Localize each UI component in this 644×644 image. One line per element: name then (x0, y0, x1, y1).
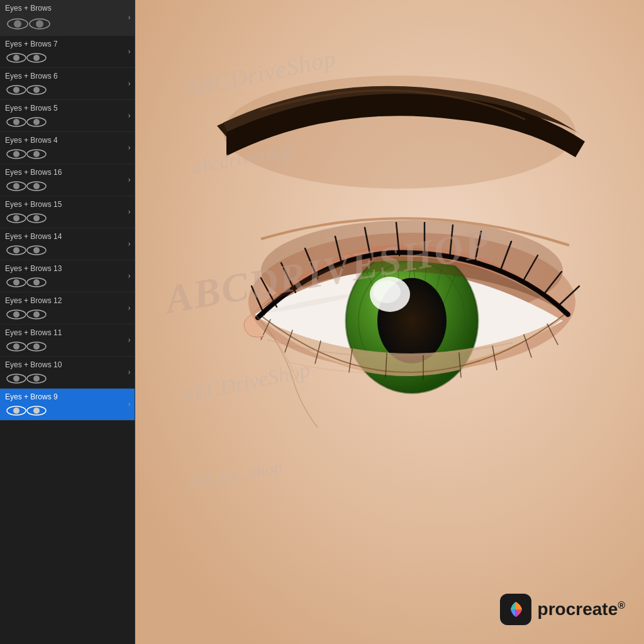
svg-point-41 (13, 343, 19, 350)
svg-point-31 (33, 247, 40, 253)
arrow-icon-eyes-brows-12: › (128, 303, 131, 313)
brush-item-eyes-brows-16[interactable]: Eyes + Brows 16 › (0, 164, 135, 196)
arrow-icon: › (128, 13, 131, 23)
brush-label-eyes-brows-11: Eyes + Brows 11 (5, 328, 130, 337)
brush-preview (5, 15, 130, 33)
procreate-logo: procreate® (500, 594, 625, 625)
eye-illustration-svg (135, 0, 644, 644)
brush-label-eyes-brows-4: Eyes + Brows 4 (5, 136, 130, 145)
brush-label-eyes-brows-6: Eyes + Brows 6 (5, 72, 130, 80)
svg-point-9 (13, 87, 19, 93)
brush-eye-preview-eyes-brows-7 (5, 51, 58, 65)
brush-item-eyes-brows-4[interactable]: Eyes + Brows 4 › (0, 132, 135, 164)
procreate-text-bold: create (566, 599, 618, 619)
procreate-icon-svg (503, 597, 528, 622)
procreate-trademark: ® (618, 600, 625, 611)
eye-illustration-panel: ABCDriveShop abcdriveshop ABCDRIVESHOP A… (135, 0, 644, 644)
brush-eye-preview-eyes-brows-13 (5, 275, 58, 289)
brush-panel: Eyes + Brows › Eyes + Brows 7 ›Eyes + Br… (0, 0, 135, 644)
svg-point-23 (33, 183, 40, 189)
brush-item-label: Eyes + Brows (5, 4, 130, 13)
brush-item-eyes-brows-11[interactable]: Eyes + Brows 11 › (0, 325, 135, 357)
brush-item-eyes-brows-10[interactable]: Eyes + Brows 10 › (0, 357, 135, 389)
brush-label-eyes-brows-12: Eyes + Brows 12 (5, 296, 130, 305)
brush-eye-preview-eyes-brows-4 (5, 147, 58, 161)
procreate-text-plain: pro (538, 599, 566, 619)
svg-point-27 (33, 215, 40, 221)
brush-label-eyes-brows-14: Eyes + Brows 14 (5, 232, 130, 241)
svg-point-7 (33, 55, 40, 61)
brush-eye-preview-eyes-brows-12 (5, 308, 58, 321)
arrow-icon-eyes-brows-10: › (128, 367, 131, 377)
svg-point-15 (33, 119, 40, 125)
arrow-icon-eyes-brows-7: › (128, 47, 131, 57)
svg-point-3 (36, 20, 43, 28)
brush-item-eyes-brows-15[interactable]: Eyes + Brows 15 › (0, 196, 135, 228)
svg-point-35 (33, 279, 40, 286)
brush-label-eyes-brows-5: Eyes + Brows 5 (5, 104, 130, 113)
svg-point-25 (13, 215, 19, 221)
svg-point-29 (13, 247, 19, 253)
brush-label-eyes-brows-7: Eyes + Brows 7 (5, 40, 130, 48)
arrow-icon-eyes-brows-4: › (128, 143, 131, 153)
brush-eye-preview-eyes-brows-10 (5, 372, 58, 386)
procreate-icon (500, 594, 531, 625)
brush-eye-preview-eyes-brows-6 (5, 83, 58, 97)
svg-point-13 (13, 119, 19, 125)
brush-label-eyes-brows-15: Eyes + Brows 15 (5, 200, 130, 209)
brush-eye-preview-eyes-brows-11 (5, 340, 58, 353)
brush-item-eyes-brows-7[interactable]: Eyes + Brows 7 › (0, 36, 135, 68)
arrow-icon-eyes-brows-5: › (128, 111, 131, 121)
brush-item-eyes-brows-9[interactable]: Eyes + Brows 9 › (0, 389, 135, 421)
svg-point-51 (33, 408, 40, 414)
brush-eye-preview-eyes-brows-5 (5, 115, 58, 129)
arrow-icon-eyes-brows-9: › (128, 399, 131, 409)
arrow-icon-eyes-brows-6: › (128, 79, 131, 89)
brush-item-eyes-brows-6[interactable]: Eyes + Brows 6 › (0, 68, 135, 100)
brush-item-eyes-brows-13[interactable]: Eyes + Brows 13 › (0, 260, 135, 292)
brush-label-eyes-brows-13: Eyes + Brows 13 (5, 264, 130, 273)
arrow-icon-eyes-brows-11: › (128, 335, 131, 345)
arrow-icon-eyes-brows-14: › (128, 239, 131, 249)
brush-list: Eyes + Brows 7 ›Eyes + Brows 6 ›Eyes + B… (0, 36, 135, 421)
brush-eye-preview-eyes-brows-16 (5, 179, 58, 193)
svg-point-43 (33, 343, 40, 350)
brush-eye-svg (5, 17, 55, 31)
brush-item-eyes-brows-12[interactable]: Eyes + Brows 12 › (0, 292, 135, 325)
brush-item-eyes-brows-5[interactable]: Eyes + Brows 5 › (0, 100, 135, 132)
svg-point-37 (13, 311, 19, 318)
svg-point-5 (13, 55, 19, 61)
svg-point-62 (373, 280, 401, 303)
arrow-icon-eyes-brows-16: › (128, 175, 131, 185)
svg-point-47 (33, 375, 40, 382)
arrow-icon-eyes-brows-15: › (128, 207, 131, 217)
svg-point-33 (13, 279, 19, 286)
brush-eye-preview-eyes-brows-9 (5, 404, 58, 418)
brush-label-eyes-brows-16: Eyes + Brows 16 (5, 168, 130, 177)
brush-item-top-partial[interactable]: Eyes + Brows › (0, 0, 135, 36)
brush-eye-preview-eyes-brows-15 (5, 211, 58, 225)
svg-point-39 (33, 311, 40, 318)
brush-eye-preview-eyes-brows-14 (5, 243, 58, 257)
svg-point-49 (13, 408, 19, 414)
arrow-icon-eyes-brows-13: › (128, 271, 131, 281)
brush-item-eyes-brows-14[interactable]: Eyes + Brows 14 › (0, 228, 135, 260)
brush-label-eyes-brows-10: Eyes + Brows 10 (5, 360, 130, 369)
svg-point-11 (33, 87, 40, 93)
procreate-name: procreate® (538, 599, 625, 619)
svg-point-45 (13, 375, 19, 382)
svg-point-1 (14, 20, 21, 28)
svg-point-21 (13, 183, 19, 189)
svg-point-17 (13, 151, 19, 157)
svg-point-19 (33, 151, 40, 157)
brush-label-eyes-brows-9: Eyes + Brows 9 (5, 392, 130, 401)
